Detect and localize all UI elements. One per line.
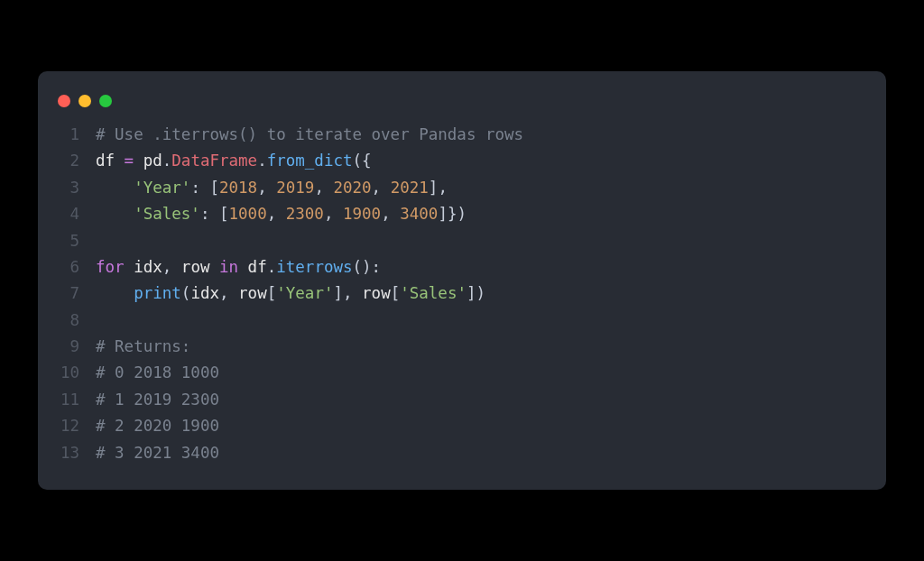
token: row <box>362 284 391 302</box>
token: in <box>219 258 238 276</box>
line-number: 12 <box>58 413 96 439</box>
token <box>96 179 134 197</box>
token: 2021 <box>391 179 429 197</box>
token: ]) <box>467 284 485 302</box>
token: , <box>257 179 276 197</box>
line-number: 9 <box>58 334 96 360</box>
code-line: 12# 2 2020 1900 <box>58 413 866 439</box>
token: ({ <box>353 152 372 170</box>
token: , <box>372 179 391 197</box>
line-content: # Returns: <box>96 334 190 360</box>
line-number: 11 <box>58 387 96 413</box>
token <box>96 284 134 302</box>
line-content: # 2 2020 1900 <box>96 413 219 439</box>
code-line: 1# Use .iterrows() to iterate over Panda… <box>58 122 866 148</box>
line-content: # Use .iterrows() to iterate over Pandas… <box>96 122 523 148</box>
token: ], <box>429 179 448 197</box>
close-icon[interactable] <box>58 95 70 107</box>
token: 1000 <box>229 205 267 223</box>
token: # 1 2019 2300 <box>96 391 219 409</box>
token: idx <box>190 284 219 302</box>
minimize-icon[interactable] <box>79 95 91 107</box>
token: 'Year' <box>276 284 333 302</box>
line-content: # 1 2019 2300 <box>96 387 219 413</box>
line-content: df = pd.DataFrame.from_dict({ <box>96 148 372 174</box>
token: from_dict <box>267 152 353 170</box>
token: df <box>96 152 125 170</box>
code-line: 8 <box>58 308 866 334</box>
code-line: 13# 3 2021 3400 <box>58 440 866 466</box>
code-line: 7 print(idx, row['Year'], row['Sales']) <box>58 280 866 307</box>
line-content: 'Sales': [1000, 2300, 1900, 3400]}) <box>96 201 467 227</box>
token: # 0 2018 1000 <box>96 363 219 382</box>
code-line: 3 'Year': [2018, 2019, 2020, 2021], <box>58 175 866 201</box>
line-content: for idx, row in df.iterrows(): <box>96 254 381 280</box>
token: , <box>162 258 181 276</box>
token: . <box>267 258 277 276</box>
token: 2020 <box>333 179 371 197</box>
token: 2018 <box>219 179 257 197</box>
token: 3400 <box>400 205 438 223</box>
token: # Returns: <box>96 337 190 355</box>
code-window: 1# Use .iterrows() to iterate over Panda… <box>38 71 886 490</box>
code-block: 1# Use .iterrows() to iterate over Panda… <box>38 122 886 466</box>
code-line: 9# Returns: <box>58 334 866 360</box>
token: . <box>257 152 267 170</box>
token <box>96 205 134 223</box>
token: # 3 2021 3400 <box>96 444 219 462</box>
line-number: 13 <box>58 440 96 466</box>
token: [ <box>267 284 277 302</box>
token: , <box>324 205 343 223</box>
token: 2019 <box>276 179 314 197</box>
token: ]}) <box>438 205 467 223</box>
code-line: 4 'Sales': [1000, 2300, 1900, 3400]}) <box>58 201 866 227</box>
token: # 2 2020 1900 <box>96 417 219 435</box>
token: = <box>125 152 134 170</box>
token: : [ <box>190 179 219 197</box>
code-line: 10# 0 2018 1000 <box>58 360 866 386</box>
zoom-icon[interactable] <box>99 95 112 107</box>
token: , <box>314 179 333 197</box>
code-line: 5 <box>58 228 866 254</box>
token: 'Sales' <box>400 284 467 302</box>
line-number: 1 <box>58 122 96 148</box>
line-number: 10 <box>58 360 96 386</box>
line-number: 7 <box>58 280 96 307</box>
window-titlebar <box>38 89 886 122</box>
token: pd <box>134 152 162 170</box>
token: row <box>238 284 267 302</box>
line-number: 5 <box>58 228 96 254</box>
token: . <box>162 152 172 170</box>
token: 'Sales' <box>134 205 200 223</box>
token: DataFrame <box>171 152 257 170</box>
line-number: 3 <box>58 175 96 201</box>
token: [ <box>391 284 401 302</box>
token: idx <box>125 258 162 276</box>
code-line: 11# 1 2019 2300 <box>58 387 866 413</box>
token: ( <box>181 284 191 302</box>
code-line: 2df = pd.DataFrame.from_dict({ <box>58 148 866 174</box>
token: row <box>181 258 219 276</box>
token: for <box>96 258 125 276</box>
token: ], <box>333 284 362 302</box>
line-content: 'Year': [2018, 2019, 2020, 2021], <box>96 175 448 201</box>
token: df <box>238 258 267 276</box>
token: (): <box>353 258 382 276</box>
token: : [ <box>200 205 229 223</box>
line-number: 2 <box>58 148 96 174</box>
line-content: # 0 2018 1000 <box>96 360 219 386</box>
line-content: print(idx, row['Year'], row['Sales']) <box>96 280 485 307</box>
token: , <box>267 205 286 223</box>
token: iterrows <box>276 258 352 276</box>
token: 'Year' <box>134 179 190 197</box>
line-content: # 3 2021 3400 <box>96 440 219 466</box>
token: 2300 <box>286 205 324 223</box>
token: # Use .iterrows() to iterate over Pandas… <box>96 125 523 143</box>
token: , <box>381 205 400 223</box>
line-number: 6 <box>58 254 96 280</box>
line-number: 4 <box>58 201 96 227</box>
token: print <box>134 284 181 302</box>
token: 1900 <box>343 205 381 223</box>
line-number: 8 <box>58 308 96 334</box>
token: , <box>219 284 238 302</box>
